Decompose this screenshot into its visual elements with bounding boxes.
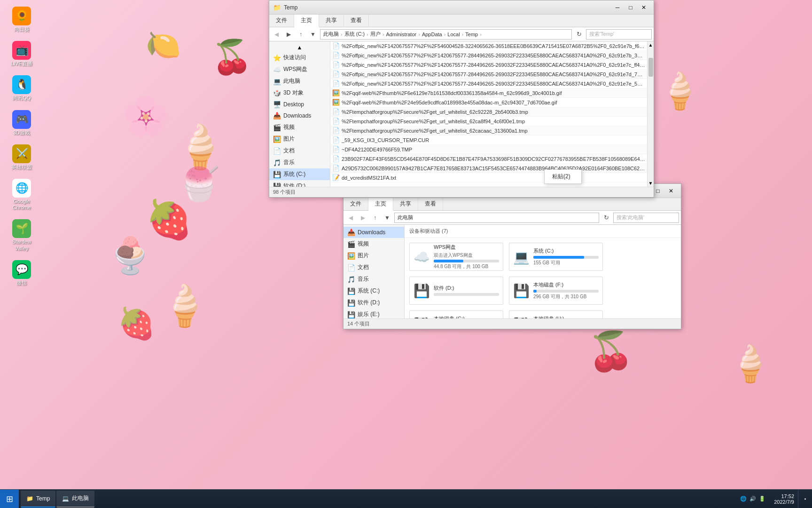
desktop-icons-column: 🌻 向日葵 📺 LIVE直播 🐧 腾讯QQ 🎮 3D游戏 ⚔️ 英雄联盟 🌐 G… (5, 5, 39, 288)
scroll-up-arrow[interactable]: ▲ (648, 41, 654, 48)
minimize-button[interactable]: ─ (611, 2, 624, 13)
back-button[interactable]: ◀ (271, 29, 281, 40)
address-path-2[interactable]: 此电脑 (394, 213, 599, 223)
taskbar-app-thispc[interactable]: 💻 此电脑 (56, 491, 94, 508)
file-row[interactable]: 📄 %2Ftempchatforgroup%2Fsecure%2Fget_url… (330, 117, 647, 126)
sidebar-item-3d[interactable]: 🎲 3D 对象 (269, 87, 330, 99)
context-menu-paste[interactable]: 粘贴(2) (545, 171, 581, 183)
recent-button[interactable]: ▼ (308, 29, 318, 40)
drive-card-c[interactable]: 💻 系统 (C:) 155 GB 可用 (509, 243, 603, 271)
drive-name-h: 本地磁盘 (H:) (533, 315, 599, 318)
file-row[interactable]: 📄 ~DF4A2120DE49766F59.TMP (330, 145, 647, 154)
file-row[interactable]: 📄 %2Foffpic_new%2F1420675577%2F%2F142067… (330, 60, 647, 70)
drive-info-wps: WPS网盘 双击进入WPS网盘 44.8 GB 可用，共 100 GB (434, 244, 499, 270)
file-row[interactable]: 📄 %2Foffpic_new%2F1420675577%2F%2F142067… (330, 51, 647, 60)
sidebar-item-downloads-2[interactable]: 📥 Downloads (344, 227, 404, 238)
taskbar-app-temp[interactable]: 📁 Temp (21, 491, 55, 508)
item-count: 98 个项目 (273, 189, 296, 196)
taskbar-clock[interactable]: 17:52 2022/7/9 (770, 493, 798, 505)
file-explorer-temp: 📁 Temp ─ □ ✕ 文件 主页 共享 查看 ◀ ▶ ↑ ▼ 此电脑 › 系… (269, 0, 654, 198)
docs-icon-2: 📄 (347, 264, 355, 271)
sidebar-item-wps[interactable]: ☁️ WPS网盘 (269, 64, 330, 75)
sidebar-item-quick-access[interactable]: ⭐ 快速访问 (269, 52, 330, 64)
tab-view-2[interactable]: 查看 (418, 198, 443, 210)
tab-file-2[interactable]: 文件 (344, 198, 368, 210)
file-row[interactable]: 📄 _59_KSG_IX3_CURSOR_TEMP.CUR (330, 135, 647, 145)
desktop-icon-stardew[interactable]: 🌱 Stardew Valley (5, 217, 39, 253)
file-row[interactable]: 📄 A29D5732C0062B990157A9427B1CAF7E817658… (330, 164, 647, 173)
back-button-2[interactable]: ◀ (345, 213, 356, 223)
tab-share-2[interactable]: 共享 (393, 198, 418, 210)
sidebar-item-docs[interactable]: 📄 文档 (269, 145, 330, 157)
sidebar-item-music-2[interactable]: 🎵 音乐 (344, 273, 404, 285)
file-row[interactable]: 📄 %2Foffpic_new%2F1420675577%2F%2F142067… (330, 79, 647, 88)
sidebar-item-docs-2[interactable]: 📄 文档 (344, 262, 404, 273)
forward-button-2[interactable]: ▶ (358, 213, 368, 223)
drive-name-c: 系统 (C:) (533, 247, 599, 254)
tab-view[interactable]: 查看 (344, 15, 369, 27)
desktop-icon-3d[interactable]: 🎮 3D游戏 (5, 108, 39, 138)
ribbon-tabs: 文件 主页 共享 查看 (269, 15, 654, 27)
drive-card-h[interactable]: 💾 本地磁盘 (H:) 259 GB 可用 (509, 310, 603, 318)
tab-file[interactable]: 文件 (269, 15, 294, 27)
drive-card-f[interactable]: 💾 本地磁盘 (F:) 296 GB 可用，共 310 GB (509, 277, 603, 305)
sidebar-item-d-2[interactable]: 💾 软件 (D:) (344, 297, 404, 309)
drive-card-d[interactable]: 💾 软件 (D:) (409, 277, 503, 305)
vertical-scrollbar[interactable]: ▲ ▼ (647, 41, 654, 187)
tab-home[interactable]: 主页 (294, 15, 319, 27)
tab-share[interactable]: 共享 (319, 15, 344, 27)
tray-network-icon[interactable]: 🌐 (740, 496, 747, 502)
show-desktop-button[interactable]: ▪ (798, 490, 812, 508)
sidebar-item-e-2[interactable]: 💾 娱乐 (E:) (344, 309, 404, 318)
address-path[interactable]: 此电脑 › 系统 (C:) › 用户 › Administrator › App… (320, 29, 572, 40)
file-row[interactable]: 📄 23B902F7AEF43F65B5CD5464E870F45D8D67E1… (330, 154, 647, 164)
file-row[interactable]: 📄 %2Ftempchatforgroup%2Fsecure%2Fget_url… (330, 126, 647, 135)
sidebar-item-downloads[interactable]: 📥 Downloads (269, 110, 330, 121)
close-button-2[interactable]: ✕ (665, 186, 677, 196)
sidebar-item-pictures-2[interactable]: 🖼️ 图片 (344, 250, 404, 262)
file-row[interactable]: 📄 %2Foffpic_new%2F1420675577%2F%2F142067… (330, 70, 647, 79)
sidebar-item-d-drive[interactable]: 💾 软件 (D:) (269, 180, 330, 187)
desktop-icon-chrome[interactable]: 🌐 Google Chrome (5, 177, 39, 213)
up-button-2[interactable]: ↑ (370, 213, 380, 223)
sidebar-item-pictures[interactable]: 🖼️ 图片 (269, 133, 330, 145)
recent-button-2[interactable]: ▼ (382, 213, 392, 223)
file-row[interactable]: 🖼️ %2Fqqif-web%2Fthumb%2F6e6129e7b161538… (330, 88, 647, 98)
desktop-icon-lol[interactable]: ⚔️ 英雄联盟 (5, 143, 39, 172)
desktop-icon-wechat[interactable]: 💬 微信 (5, 258, 39, 288)
drive-info-h: 本地磁盘 (H:) 259 GB 可用 (533, 315, 599, 318)
tray-battery-icon[interactable]: 🔋 (759, 496, 765, 502)
desktop-icon-qq[interactable]: 🐧 腾讯QQ (5, 73, 39, 103)
sidebar-item-videos-2[interactable]: 🎬 视频 (344, 238, 404, 250)
path-part-3: Administrator (386, 32, 416, 37)
scroll-down-arrow[interactable]: ▼ (648, 180, 654, 187)
file-row[interactable]: 📝 dd_vcredistMSI21FA.txt (330, 173, 647, 183)
scrollbar-thumb[interactable] (648, 58, 653, 77)
refresh-button[interactable]: ↻ (574, 29, 584, 40)
desktop-icon-xiangrikui[interactable]: 🌻 向日葵 (5, 5, 39, 34)
sidebar-item-c-2[interactable]: 💾 系统 (C:) (344, 285, 404, 297)
sidebar-item-desktop[interactable]: 🖥️ Desktop (269, 99, 330, 110)
search-box-2[interactable]: 搜索'此电脑' (613, 213, 679, 223)
search-box[interactable]: 搜索'Temp' (586, 29, 652, 40)
close-button[interactable]: ✕ (638, 2, 650, 13)
sidebar-item-videos[interactable]: 🎬 视频 (269, 121, 330, 133)
maximize-button[interactable]: □ (625, 2, 637, 13)
file-row[interactable]: 📄 %2Ftempchatforgroup%2Fsecure%2Fget_url… (330, 107, 647, 117)
refresh-button-2[interactable]: ↻ (601, 213, 611, 223)
forward-button[interactable]: ▶ (283, 29, 294, 40)
drive-card-g[interactable]: 💾 本地磁盘 (G:) 211 GB 可用，共 311 GB (409, 310, 503, 318)
start-button[interactable]: ⊞ (0, 490, 19, 508)
taskbar-tray: 🌐 🔊 🔋 (735, 496, 770, 502)
file-row[interactable]: 📄 %2Foffpic_new%2F1420675577%2F%2F546004… (330, 41, 647, 51)
sidebar-item-c-drive[interactable]: 💾 系统 (C:) (269, 168, 330, 180)
tab-home-2[interactable]: 主页 (368, 198, 393, 211)
drive-card-wps[interactable]: ☁️ WPS网盘 双击进入WPS网盘 44.8 GB 可用，共 100 GB (409, 243, 503, 271)
sidebar-item-this-pc[interactable]: 💻 此电脑 (269, 75, 330, 87)
desktop-icon-live[interactable]: 📺 LIVE直播 (5, 39, 39, 69)
up-button[interactable]: ↑ (296, 29, 306, 40)
file-row[interactable]: 🖼️ %2Fqqif-web%2Fthumb%2F24e95de9cdffca0… (330, 98, 647, 107)
sidebar-scroll-up[interactable]: ▲ (269, 43, 330, 52)
tray-sound-icon[interactable]: 🔊 (750, 496, 756, 502)
sidebar-item-music[interactable]: 🎵 音乐 (269, 157, 330, 168)
